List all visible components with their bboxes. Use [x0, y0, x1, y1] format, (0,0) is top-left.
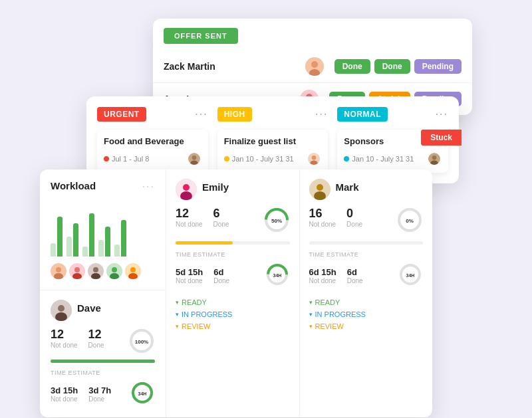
urgent-card-title: Food and Beverage	[104, 136, 201, 146]
emily-name: Emily	[202, 181, 229, 193]
bar-light-4	[98, 240, 104, 257]
emily-not-done: 12 Not done	[176, 207, 203, 236]
bar-light-5	[114, 245, 120, 257]
mark-ready-section: ▾ READY ▾ IN PROGRESS ▾ REVIEW	[309, 296, 424, 332]
emily-donut: 50%	[263, 207, 290, 236]
emily-done: 6 Done	[213, 207, 229, 236]
kanban-col-urgent: URGENT ··· Food and Beverage Jul 1 - Jul…	[97, 107, 208, 173]
urgent-card-footer: Jul 1 - Jul 8	[104, 152, 201, 166]
wb-avatar-5	[125, 263, 141, 279]
zack-badge-1: Done	[334, 59, 370, 74]
svg-point-13	[432, 156, 437, 160]
mark-review: ▾ REVIEW	[309, 320, 424, 332]
svg-text:0%: 0%	[406, 218, 414, 224]
emily-progress-fill	[176, 241, 233, 245]
svg-text:50%: 50%	[271, 218, 281, 224]
mark-done-time: 6d Done	[347, 267, 363, 284]
normal-dots: ···	[436, 108, 448, 120]
zack-name: Zack Martin	[164, 61, 300, 72]
svg-point-31	[58, 305, 65, 312]
emily-time-row: 5d 15h Not done 6d Done 34H	[176, 262, 290, 290]
urgent-card-avatar	[187, 152, 201, 166]
svg-point-19	[74, 267, 80, 272]
emily-ready-chevron: ▾	[176, 299, 179, 306]
high-label: HIGH	[217, 107, 252, 122]
kanban-columns: URGENT ··· Food and Beverage Jul 1 - Jul…	[97, 107, 448, 173]
urgent-card: Food and Beverage Jul 1 - Jul 8	[97, 130, 208, 173]
dave-donut-svg: 100%	[128, 328, 155, 354]
dave-donut: 100%	[128, 328, 155, 354]
normal-date-dot	[344, 156, 349, 161]
dave-progress-wrap	[51, 360, 155, 363]
zack-badge-3: Pending	[414, 59, 462, 74]
urgent-card-date: Jul 1 - Jul 8	[104, 155, 149, 163]
dave-header: Dave	[51, 300, 155, 321]
mark-name: Mark	[336, 181, 359, 193]
bar-green-4	[105, 227, 110, 257]
mark-time-donut: 34H	[398, 262, 423, 290]
normal-label: NORMAL	[337, 107, 388, 122]
bar-wrap-1	[51, 210, 63, 257]
mark-donut: 0%	[396, 207, 423, 236]
bar-green-5	[121, 220, 126, 257]
workload-dots: ···	[142, 181, 155, 193]
emily-ready-section: ▾ READY ▾ IN PROGRESS ▾ REVIEW	[176, 296, 290, 332]
wb-avatar-2	[69, 263, 85, 279]
high-card-avatar	[307, 152, 321, 166]
emily-done-time: 6d Done	[213, 267, 229, 284]
dave-progress-fill	[51, 360, 155, 363]
bar-chart	[51, 203, 155, 257]
people-section: Emily 12 Not done 6 Done 50%	[166, 169, 432, 417]
emily-header: Emily	[176, 179, 290, 200]
bar-group-3	[82, 210, 94, 257]
emily-not-done-time: 5d 15h Not done	[176, 267, 203, 284]
normal-header: NORMAL ···	[337, 107, 448, 122]
workload-header: Workload ···	[51, 180, 155, 193]
mark-avatar	[309, 179, 331, 200]
high-card-title: Finalize guest list	[224, 136, 322, 146]
high-card-footer: Jan 10 - July 31 31	[224, 152, 322, 166]
emily-review: ▾ REVIEW	[176, 320, 290, 332]
dave-card: Dave 12 Not done 12 Done 100%	[40, 290, 166, 417]
emily-panel: Emily 12 Not done 6 Done 50%	[166, 169, 300, 417]
mark-not-done: 16 Not done	[309, 207, 336, 236]
mark-stats: 16 Not done 0 Done 0%	[309, 207, 424, 236]
workload-section: Workload ···	[40, 169, 166, 290]
bar-group-4	[98, 210, 110, 257]
mark-done: 0 Done	[346, 207, 362, 236]
mark-header: Mark	[309, 179, 424, 200]
urgent-label: URGENT	[97, 107, 146, 122]
mark-time-estimate-label: TIME ESTIMATE	[309, 251, 424, 258]
emily-time-estimate-label: TIME ESTIMATE	[176, 251, 290, 258]
offer-sent-badge: OFFER SENT	[164, 28, 238, 44]
svg-point-40	[183, 184, 190, 191]
svg-point-25	[112, 267, 117, 272]
urgent-dots: ···	[195, 108, 207, 120]
dave-done-time: 3d 7h Done	[88, 385, 111, 403]
dave-done: 12 Done	[88, 328, 104, 354]
emily-review-chevron: ▾	[176, 323, 179, 330]
dave-name: Dave	[77, 302, 101, 314]
bar-wrap-3	[82, 210, 94, 257]
svg-point-22	[93, 267, 98, 272]
mark-progress-chevron: ▾	[309, 311, 313, 318]
emily-in-progress: ▾ IN PROGRESS	[176, 308, 290, 320]
wb-avatar-1	[51, 263, 66, 279]
zack-avatar	[305, 57, 324, 76]
high-card-date: Jan 10 - July 31 31	[224, 155, 294, 163]
svg-point-28	[130, 267, 136, 272]
bar-green-3	[89, 213, 94, 257]
bar-light-1	[51, 243, 56, 257]
bar-light-3	[82, 247, 88, 257]
emily-progress-wrap	[176, 241, 290, 245]
bar-group-5	[114, 210, 126, 257]
svg-text:34H: 34H	[138, 391, 147, 396]
emily-stats: 12 Not done 6 Done 50%	[176, 207, 290, 236]
bar-light-2	[66, 237, 72, 257]
workload-avatars	[51, 263, 155, 279]
bar-wrap-4	[98, 210, 110, 257]
urgent-date-dot	[104, 156, 109, 161]
dave-time-row: 3d 15h Not done 3d 7h Done 34H	[51, 380, 155, 408]
bar-green-1	[57, 217, 63, 257]
front-panel: Workload ···	[40, 169, 432, 417]
